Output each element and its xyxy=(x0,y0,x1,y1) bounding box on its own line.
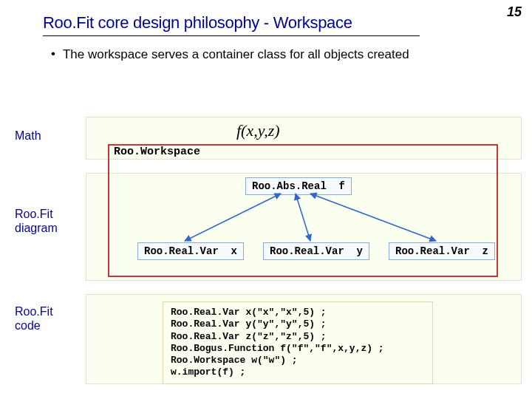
code-line: Roo.Real.Var z("z","z",5) ; xyxy=(171,331,425,343)
page-title: Roo.Fit core design philosophy - Workspa… xyxy=(0,0,532,35)
math-formula: f(x,y,z) xyxy=(236,121,280,140)
label-math: Math xyxy=(15,129,41,143)
bullet-dot-icon: • xyxy=(41,47,55,61)
bullet-item: • The workspace serves a container class… xyxy=(0,36,532,69)
code-line: Roo.Workspace w("w") ; xyxy=(171,355,425,366)
code-line: w.import(f) ; xyxy=(171,366,425,378)
bullet-text: The workspace serves a container class f… xyxy=(63,47,409,62)
code-line: Roo.Real.Var y("y","y",5) ; xyxy=(171,318,425,330)
node-x: Roo.Real.Var x xyxy=(137,242,244,260)
label-code: Roo.Fit code xyxy=(15,304,53,332)
node-f: Roo.Abs.Real f xyxy=(245,177,352,195)
code-line: Roo.Real.Var x("x","x",5) ; xyxy=(171,307,425,318)
code-block: Roo.Real.Var x("x","x",5) ; Roo.Real.Var… xyxy=(163,301,433,384)
page-number: 15 xyxy=(507,4,522,20)
label-diagram: Roo.Fit diagram xyxy=(15,207,58,235)
node-y: Roo.Real.Var y xyxy=(263,242,369,260)
workspace-title: Roo.Workspace xyxy=(114,146,200,158)
code-line: Roo.Bogus.Function f("f","f",x,y,z) ; xyxy=(171,343,425,355)
node-z: Roo.Real.Var z xyxy=(389,242,495,260)
